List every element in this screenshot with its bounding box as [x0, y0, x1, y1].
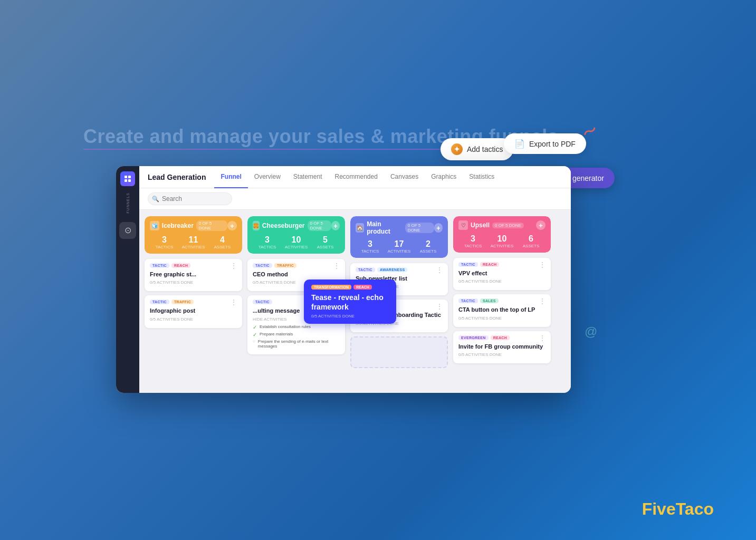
col-upsell-title: Upsell	[471, 221, 490, 229]
card-upsell-3[interactable]: EVERGREEN REACH ⋮ Invite for FB group co…	[453, 331, 551, 363]
brand-name-part1: Five	[642, 499, 676, 518]
tag-reach: REACH	[171, 263, 190, 268]
add-tactics-label: Add tactics	[467, 145, 503, 153]
tag-reach: REACH	[480, 262, 499, 267]
card-upsell-2-title: CTA button on the top of LP	[458, 306, 546, 313]
col-cheeseburger-icon: 🍔	[253, 221, 260, 230]
activity-text: Establish consultation rules	[260, 324, 311, 329]
activity-1: ✓ Establish consultation rules	[253, 324, 340, 330]
col-icebreaker-title-row: 🧊 Icebreaker 0 OF 5 DONE +	[145, 216, 242, 233]
card-upsell-1-activities: 0/5 ACTIVITIES DONE	[458, 279, 546, 284]
svg-rect-2	[125, 179, 127, 182]
app-title: Lead Generation	[148, 173, 206, 181]
logo-icon	[123, 175, 132, 183]
main-product-stat-tactics: 3 Tactics	[356, 239, 385, 254]
search-icon: 🔍	[152, 196, 159, 202]
tab-statistics[interactable]: Statistics	[463, 166, 501, 188]
tab-overview[interactable]: Overview	[248, 166, 287, 188]
col-cheeseburger-add-button[interactable]: +	[331, 221, 340, 230]
pending-icon: ○	[253, 339, 255, 344]
search-bar-row: 🔍	[139, 188, 571, 210]
card-menu-icon[interactable]: ⋮	[539, 334, 546, 342]
svg-rect-1	[128, 176, 131, 178]
tooltip-card[interactable]: TRANSFORMATION REACH Tease - reveal - ec…	[304, 279, 396, 324]
tag-tactic: TACTIC	[253, 300, 272, 304]
card-menu-icon[interactable]: ⋮	[539, 261, 546, 268]
card-icebreaker-1-tags: TACTIC REACH	[150, 263, 190, 268]
activity-text: Prepare materials	[260, 332, 293, 336]
col-main-product-add-button[interactable]: +	[434, 223, 443, 233]
card-upsell-1-tags: TACTIC REACH	[458, 262, 499, 267]
card-cheeseburger-2-tags: TACTIC	[253, 300, 272, 304]
check-icon: ✓	[253, 324, 257, 330]
card-upsell-1-title: VPV effect	[458, 269, 546, 277]
tab-graphics[interactable]: Graphics	[425, 166, 463, 188]
card-menu-icon[interactable]: ⋮	[231, 298, 237, 306]
card-icebreaker-1[interactable]: TACTIC REACH ⋮ Free graphic st... 0/5 AC…	[145, 259, 242, 291]
tab-statement[interactable]: Statement	[287, 166, 329, 188]
col-main-product-title-row: 🏠 Main product 0 OF 5 DONE +	[350, 216, 448, 237]
tag-sales: SALES	[480, 298, 499, 303]
upsell-stat-activities: 10 Activities	[487, 234, 516, 248]
card-upsell-2[interactable]: TACTIC SALES ⋮ CTA button on the top of …	[453, 294, 551, 326]
add-tactics-button[interactable]: ✦ Add tactics	[441, 138, 513, 160]
tag-tactic: TACTIC	[253, 263, 272, 268]
export-doc-icon: 📄	[514, 139, 525, 149]
card-upsell-3-tags: EVERGREEN REACH	[458, 335, 510, 340]
search-input[interactable]	[148, 192, 232, 205]
col-main-product-icon: 🏠	[356, 223, 364, 233]
tag-tactic: TACTIC	[356, 267, 375, 272]
svg-rect-0	[125, 176, 127, 178]
tab-recommended[interactable]: Recommended	[329, 166, 384, 188]
tooltip-tag-transformation: TRANSFORMATION	[311, 285, 351, 290]
card-menu-icon[interactable]: ⋮	[436, 266, 443, 274]
col-main-product-stats: 3 Tactics 17 Activities 2 Assets	[350, 237, 448, 258]
col-upsell-stats: 3 Tactics 10 Activities 6 Assets	[453, 232, 551, 253]
card-icebreaker-2[interactable]: TACTIC TRAFFIC ⋮ Infographic post 0/5 AC…	[145, 295, 242, 327]
col-cheeseburger-stats: 3 Tactics 10 Activities 5 Assets	[247, 233, 345, 254]
sidebar-logo[interactable]	[120, 171, 135, 186]
card-upsell-3-title: Invite for FB group community	[458, 343, 546, 350]
card-icebreaker-2-tags: TACTIC TRAFFIC	[150, 300, 194, 304]
col-cheeseburger-title: Cheeseburger	[262, 222, 305, 229]
tab-canvases[interactable]: Canvases	[384, 166, 425, 188]
tag-tactic: TACTIC	[150, 263, 169, 268]
col-main-product-header: 🏠 Main product 0 OF 5 DONE + 3 Tactics	[350, 216, 448, 258]
upsell-stat-assets: 6 Assets	[516, 234, 546, 248]
sidebar-nav-icon[interactable]: ⊙	[119, 222, 136, 239]
col-main-product-badge: 0 OF 5 DONE	[405, 223, 434, 233]
col-cheeseburger-badge: 0 OF 5 DONE	[308, 220, 332, 231]
card-icebreaker-2-header: TACTIC TRAFFIC ⋮	[150, 300, 237, 307]
card-upsell-3-header: EVERGREEN REACH ⋮	[458, 335, 546, 343]
col-icebreaker-icon: 🧊	[150, 221, 159, 230]
card-upsell-2-tags: TACTIC SALES	[458, 298, 499, 303]
column-upsell: ♡ Upsell 0 OF 5 DONE + 3 Tactics	[453, 216, 551, 387]
tag-evergreen: EVERGREEN	[458, 335, 489, 340]
tooltip-tags: TRANSFORMATION REACH	[311, 285, 389, 290]
sidebar-funnels-label: FUNNELS	[126, 192, 130, 214]
svg-rect-3	[128, 179, 131, 182]
card-menu-icon[interactable]: ⋮	[436, 303, 443, 310]
col-upsell-add-button[interactable]: +	[536, 220, 546, 230]
tag-tactic: TACTIC	[458, 298, 478, 303]
cheeseburger-stat-activities: 10 Activities	[282, 235, 311, 249]
col-upsell-header: ♡ Upsell 0 OF 5 DONE + 3 Tactics	[453, 216, 551, 253]
export-pdf-button[interactable]: 📄 Export to PDF	[504, 133, 586, 154]
card-placeholder	[350, 336, 448, 368]
card-menu-icon[interactable]: ⋮	[333, 262, 340, 269]
tooltip-tag-reach: REACH	[353, 285, 372, 290]
card-menu-icon[interactable]: ⋮	[539, 297, 546, 305]
card-menu-icon[interactable]: ⋮	[231, 262, 237, 269]
spiral2-decoration-icon: @	[585, 324, 597, 339]
activity-3: ○ Prepare the sending of e-mails or text…	[253, 339, 340, 349]
card-cheeseburger-1-header: TACTIC TRAFFIC ⋮	[253, 263, 340, 271]
card-upsell-1[interactable]: TACTIC REACH ⋮ VPV effect 0/5 ACTIVITIES…	[453, 258, 551, 290]
tag-awareness: AWARENESS	[377, 267, 407, 272]
tab-funnel[interactable]: Funnel	[214, 166, 247, 188]
card-main-product-1-header: TACTIC AWARENESS ⋮	[356, 267, 443, 275]
col-icebreaker-add-button[interactable]: +	[227, 221, 237, 230]
col-icebreaker-title: Icebreaker	[162, 222, 194, 229]
col-upsell-badge: 0 OF 5 DONE	[492, 223, 524, 228]
brand-name: FiveTaco	[642, 499, 714, 519]
tag-traffic: TRAFFIC	[171, 300, 194, 304]
